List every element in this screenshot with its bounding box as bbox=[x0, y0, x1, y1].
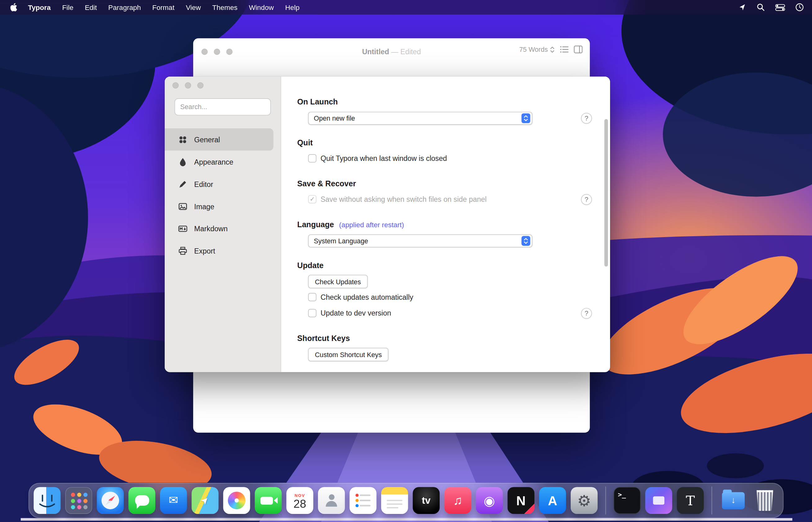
outline-toggle-icon[interactable] bbox=[560, 45, 568, 53]
popup-stepper-icon bbox=[521, 114, 530, 123]
nav-item-image[interactable]: Image bbox=[165, 195, 274, 217]
dock-item-maps[interactable]: ➤ bbox=[192, 487, 219, 514]
preferences-window: General Appearance Editor Image Markdown bbox=[165, 77, 610, 372]
nav-label: Editor bbox=[194, 180, 213, 188]
dock-item-mail[interactable]: ✉ bbox=[160, 487, 187, 514]
dock-item-launchpad[interactable] bbox=[65, 487, 92, 514]
language-popup[interactable]: System Language bbox=[308, 234, 532, 247]
menu-file[interactable]: File bbox=[56, 3, 79, 11]
sidebar-toggle-icon[interactable] bbox=[574, 45, 582, 53]
dock-item-photos[interactable] bbox=[223, 487, 250, 514]
scrollbar-thumb[interactable] bbox=[604, 119, 608, 266]
nav-label: Export bbox=[194, 247, 215, 255]
edited-status: Edited bbox=[401, 48, 421, 56]
menu-view[interactable]: View bbox=[180, 3, 207, 11]
dock-item-typora[interactable]: T bbox=[677, 487, 704, 514]
quit-checkbox[interactable] bbox=[308, 154, 316, 163]
menu-edit[interactable]: Edit bbox=[79, 3, 103, 11]
dock-item-downloads[interactable]: ↓ bbox=[720, 487, 747, 514]
update-heading: Update bbox=[297, 261, 324, 269]
dev-version-help-button[interactable]: ? bbox=[581, 308, 592, 319]
image-icon bbox=[178, 201, 187, 211]
app-store-a-glyph: A bbox=[548, 493, 557, 508]
safari-compass-icon bbox=[101, 491, 119, 509]
check-updates-button[interactable]: Check Updates bbox=[308, 275, 368, 288]
desktop: Typora File Edit Paragraph Format View T… bbox=[0, 0, 812, 522]
on-launch-help-button[interactable]: ? bbox=[581, 113, 592, 124]
dock: ✉ ➤ NOV 28 tv ♫ ◉ N A ⚙ >_ T ↓ bbox=[28, 483, 784, 518]
control-center-icon[interactable] bbox=[775, 4, 785, 11]
quit-checkbox-row[interactable]: Quit Typora when last window is closed bbox=[308, 154, 447, 163]
search-icon[interactable] bbox=[756, 3, 765, 12]
pref-close-button[interactable] bbox=[172, 82, 179, 88]
dev-version-checkbox-row[interactable]: Update to dev version bbox=[308, 309, 391, 317]
typora-t-glyph: T bbox=[686, 493, 695, 508]
preferences-nav: General Appearance Editor Image Markdown bbox=[165, 128, 281, 262]
dock-item-music[interactable]: ♫ bbox=[444, 487, 471, 514]
dock-item-app-store[interactable]: A bbox=[539, 487, 566, 514]
downloads-folder-icon: ↓ bbox=[722, 492, 745, 509]
auto-update-label: Check updates automatically bbox=[321, 293, 413, 301]
dock-item-news[interactable]: N bbox=[507, 487, 535, 514]
dock-item-safari[interactable] bbox=[97, 487, 124, 514]
clock-icon[interactable] bbox=[796, 3, 804, 12]
dev-version-checkbox[interactable] bbox=[308, 309, 316, 317]
dock-item-podcasts[interactable]: ◉ bbox=[476, 487, 503, 514]
auto-update-checkbox[interactable] bbox=[308, 293, 316, 301]
nav-item-general[interactable]: General bbox=[165, 128, 274, 150]
terminal-prompt-glyph: >_ bbox=[618, 491, 626, 498]
shortcut-keys-heading: Shortcut Keys bbox=[297, 334, 350, 343]
dock-item-terminal[interactable]: >_ bbox=[614, 487, 641, 514]
apple-menu[interactable] bbox=[8, 3, 22, 12]
menu-window[interactable]: Window bbox=[243, 3, 279, 11]
nav-item-markdown[interactable]: Markdown bbox=[165, 217, 274, 240]
auto-update-checkbox-row[interactable]: Check updates automatically bbox=[308, 293, 413, 301]
gear-icon: ⚙ bbox=[577, 491, 591, 509]
dock-item-messages[interactable] bbox=[129, 487, 155, 514]
pref-zoom-button[interactable] bbox=[197, 82, 204, 88]
menu-paragraph[interactable]: Paragraph bbox=[103, 3, 147, 11]
save-recover-help-button[interactable]: ? bbox=[581, 194, 592, 205]
contacts-person-icon bbox=[328, 495, 334, 500]
document-title: Untitled bbox=[362, 48, 389, 56]
menu-themes[interactable]: Themes bbox=[207, 3, 243, 11]
messages-bubble-icon bbox=[135, 495, 149, 506]
nav-label: Markdown bbox=[194, 224, 228, 233]
save-checkbox-label: Save without asking when switch files on… bbox=[321, 195, 487, 203]
dock-item-gradient-app[interactable] bbox=[645, 487, 672, 514]
menu-format[interactable]: Format bbox=[147, 3, 180, 11]
pref-minimize-button[interactable] bbox=[185, 82, 191, 88]
custom-shortcut-keys-button[interactable]: Custom Shortcut Keys bbox=[308, 348, 388, 361]
dock-item-facetime[interactable] bbox=[255, 487, 282, 514]
facetime-camera-icon bbox=[260, 497, 273, 504]
dock-item-trash[interactable] bbox=[752, 487, 778, 514]
preferences-sidebar: General Appearance Editor Image Markdown bbox=[165, 77, 281, 372]
popup-stepper-icon bbox=[521, 236, 530, 246]
launchpad-grid-icon bbox=[70, 492, 87, 509]
word-count-control[interactable]: 75 Words bbox=[519, 45, 555, 53]
search-input[interactable] bbox=[175, 98, 271, 115]
dock-item-calendar[interactable]: NOV 28 bbox=[286, 487, 313, 514]
dock-item-finder[interactable] bbox=[34, 487, 61, 514]
dock-item-notes[interactable] bbox=[381, 487, 408, 514]
language-heading: Language(applied after restart) bbox=[297, 220, 404, 229]
menu-help[interactable]: Help bbox=[279, 3, 305, 11]
quit-heading: Quit bbox=[297, 138, 313, 147]
nav-item-appearance[interactable]: Appearance bbox=[165, 150, 274, 173]
news-n-glyph: N bbox=[517, 493, 526, 508]
menu-app-name[interactable]: Typora bbox=[22, 3, 56, 11]
dock-item-contacts[interactable] bbox=[318, 487, 345, 514]
nav-item-editor[interactable]: Editor bbox=[165, 173, 274, 195]
location-arrow-icon[interactable] bbox=[738, 3, 746, 12]
pencil-icon bbox=[178, 179, 187, 189]
dock-item-apple-tv[interactable]: tv bbox=[413, 487, 440, 514]
dock-item-system-settings[interactable]: ⚙ bbox=[571, 487, 598, 514]
save-checkbox-row: ✓ Save without asking when switch files … bbox=[308, 195, 486, 203]
on-launch-popup[interactable]: Open new file bbox=[308, 112, 532, 125]
dock-item-reminders[interactable] bbox=[350, 487, 376, 514]
nav-item-export[interactable]: Export bbox=[165, 240, 274, 262]
music-note-icon: ♫ bbox=[453, 493, 462, 508]
reminders-list-icon bbox=[355, 493, 371, 508]
nav-label: Image bbox=[194, 202, 214, 210]
dock-separator bbox=[712, 486, 712, 514]
